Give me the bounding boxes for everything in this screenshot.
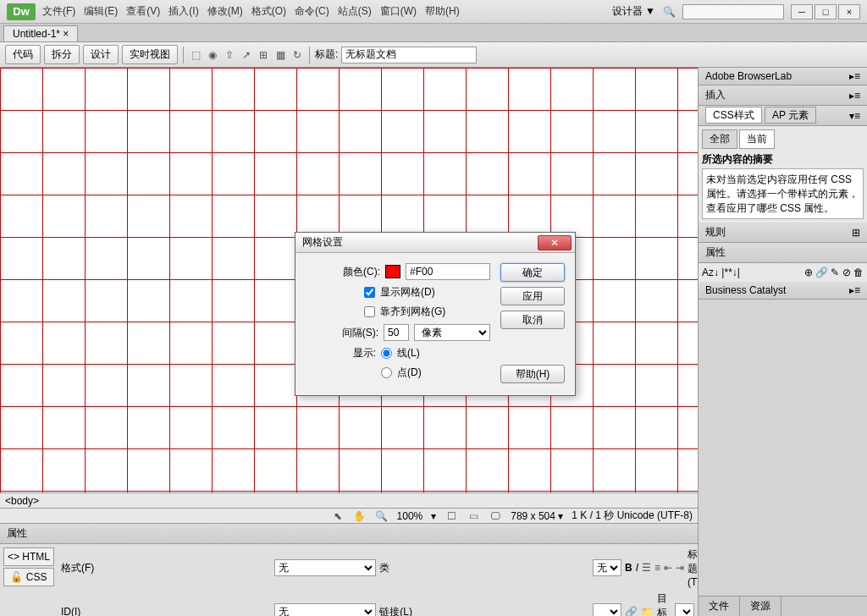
link-label: 链接(L) — [379, 605, 589, 617]
menu-insert[interactable]: 插入(I) — [168, 4, 198, 19]
tool-icon-5[interactable]: ⊞ — [257, 48, 270, 62]
close-button[interactable]: × — [838, 4, 860, 19]
titlebar: Dw 文件(F) 编辑(E) 查看(V) 插入(I) 修改(M) 格式(O) 命… — [0, 0, 867, 24]
view-live-button[interactable]: 实时视图 — [122, 45, 178, 64]
designer-dropdown[interactable]: 设计器 ▼ — [612, 4, 655, 19]
spacing-input[interactable] — [384, 324, 409, 341]
view-design-button[interactable]: 设计 — [83, 45, 119, 64]
css-panel-head[interactable]: CSS样式 AP 元素 ▾≡ — [699, 106, 867, 126]
outdent-icon[interactable]: ⇤ — [664, 561, 672, 575]
zoom-icon[interactable]: 🔍 — [375, 509, 389, 523]
lines-radio[interactable] — [381, 348, 392, 359]
menu-edit[interactable]: 编辑(E) — [84, 4, 118, 19]
menu-view[interactable]: 查看(V) — [126, 4, 160, 19]
insert-panel-head[interactable]: 插入▸≡ — [699, 85, 867, 106]
tool-icon-1[interactable]: ⬚ — [189, 48, 202, 62]
show-grid-label: 显示网格(D) — [380, 285, 490, 300]
browserlab-panel-head[interactable]: Adobe BrowserLab▸≡ — [699, 68, 867, 85]
css-current-tab[interactable]: 当前 — [739, 129, 775, 149]
dialog-title: 网格设置 — [302, 235, 343, 250]
main-menu: 文件(F) 编辑(E) 查看(V) 插入(I) 修改(M) 格式(O) 命令(C… — [42, 4, 460, 19]
link-select[interactable] — [593, 603, 621, 616]
bold-button[interactable]: B — [625, 562, 632, 574]
lines-label: 线(L) — [397, 346, 490, 360]
list-ul-icon[interactable]: ☰ — [642, 561, 651, 575]
menu-commands[interactable]: 命令(C) — [295, 4, 329, 19]
business-catalyst-head[interactable]: Business Catalyst▸≡ — [699, 282, 867, 300]
monitor-icon[interactable]: 🖵 — [489, 509, 502, 523]
rules-section[interactable]: 规则⊞ — [699, 223, 867, 243]
assets-tab[interactable]: 资源 — [740, 597, 781, 616]
summary-title: 所选内容的摘要 — [702, 153, 773, 165]
pointer-icon[interactable]: ⬉ — [331, 509, 345, 523]
show-grid-checkbox[interactable] — [364, 287, 375, 298]
id-label: ID(I) — [61, 606, 271, 616]
indent-icon[interactable]: ⇥ — [676, 561, 684, 575]
help-button[interactable]: 帮助(H) — [500, 365, 565, 383]
css-properties-section[interactable]: 属性 — [699, 243, 867, 263]
title-input[interactable] — [341, 47, 477, 63]
dots-label: 点(D) — [397, 366, 490, 380]
tool-icon-3[interactable]: ⇧ — [223, 48, 236, 62]
zoom-value[interactable]: 100% — [397, 510, 423, 522]
device-icon[interactable]: ☐ — [445, 509, 458, 523]
css-styles-tab: CSS样式 — [705, 107, 762, 124]
minimize-button[interactable]: ─ — [791, 4, 813, 19]
files-tab[interactable]: 文件 — [699, 597, 740, 616]
properties-title[interactable]: 属性 — [0, 524, 698, 544]
dialog-close-button[interactable]: ✕ — [538, 235, 572, 250]
sort-buttons[interactable]: Az↓ |**↓| — [702, 267, 740, 278]
menu-modify[interactable]: 修改(M) — [207, 4, 243, 19]
class-select[interactable]: 无 — [593, 559, 621, 576]
document-tab[interactable]: Untitled-1* × — [3, 25, 78, 41]
ok-button[interactable]: 确定 — [500, 263, 565, 282]
refresh-icon[interactable]: ↻ — [290, 48, 304, 62]
screen-icon[interactable]: ▭ — [467, 509, 480, 523]
maximize-button[interactable]: □ — [815, 4, 837, 19]
display-label: 显示: — [353, 346, 376, 360]
menu-file[interactable]: 文件(F) — [42, 4, 75, 19]
hand-icon[interactable]: ✋ — [353, 509, 367, 523]
view-split-button[interactable]: 拆分 — [44, 45, 80, 64]
cancel-button[interactable]: 取消 — [500, 311, 565, 329]
css-mode-button[interactable]: 🔓 CSS — [3, 568, 54, 586]
tool-icon-6[interactable]: ▦ — [273, 48, 287, 62]
document-toolbar: 代码 拆分 设计 实时视图 ⬚ ◉ ⇧ ↗ ⊞ ▦ ↻ 标题: — [0, 42, 867, 68]
doc-info: 1 K / 1 秒 Unicode (UTF-8) — [572, 509, 693, 523]
color-input[interactable] — [406, 263, 490, 280]
status-bar: ⬉ ✋ 🔍 100% ▾ ☐ ▭ 🖵 789 x 504 ▾ 1 K / 1 秒… — [0, 508, 698, 523]
target-label: 目标(G) — [657, 591, 671, 616]
canvas-size[interactable]: 789 x 504 ▾ — [511, 510, 563, 522]
tool-icon-4[interactable]: ↗ — [240, 48, 253, 62]
tag-selector[interactable]: <body> — [5, 495, 39, 507]
spacing-unit-select[interactable]: 像素 — [414, 324, 490, 341]
side-panels: Adobe BrowserLab▸≡ 插入▸≡ CSS样式 AP 元素 ▾≡ 全… — [698, 68, 867, 616]
html-mode-button[interactable]: <> HTML — [3, 547, 54, 566]
css-all-tab[interactable]: 全部 — [702, 129, 737, 149]
title-label: 标题: — [315, 47, 338, 62]
properties-panel: 属性 <> HTML 🔓 CSS 格式(F) 无 类 无 B I ☰ ≡ — [0, 523, 698, 616]
view-code-button[interactable]: 代码 — [5, 45, 41, 64]
apply-button[interactable]: 应用 — [500, 287, 565, 305]
target-select[interactable] — [675, 603, 694, 616]
summary-text: 未对当前选定内容应用任何 CSS 属性。请选择一个带样式的元素，查看应用了哪些 … — [702, 168, 864, 219]
dots-radio[interactable] — [381, 367, 392, 378]
color-swatch[interactable] — [385, 265, 400, 278]
list-ol-icon[interactable]: ≡ — [654, 561, 660, 575]
folder-icon[interactable]: 📁 — [641, 605, 654, 616]
italic-button[interactable]: I — [636, 562, 638, 574]
snap-grid-checkbox[interactable] — [364, 306, 375, 317]
menu-window[interactable]: 窗口(W) — [380, 4, 417, 19]
tool-icon-2[interactable]: ◉ — [206, 48, 219, 62]
id-select[interactable]: 无 — [274, 603, 376, 616]
css-tool-icons[interactable]: ⊕ 🔗 ✎ ⊘ 🗑 — [804, 267, 864, 278]
format-label: 格式(F) — [61, 561, 271, 575]
menu-help[interactable]: 帮助(H) — [425, 4, 460, 19]
class-label: 类 — [379, 561, 589, 575]
search-input[interactable] — [682, 4, 784, 19]
menu-site[interactable]: 站点(S) — [338, 4, 372, 19]
menu-format[interactable]: 格式(O) — [251, 4, 286, 19]
format-select[interactable]: 无 — [274, 559, 376, 576]
grid-settings-dialog: 网格设置 ✕ 颜色(C): 显示网格(D) 靠齐到网格(G) 间隔(S): 像素 — [295, 232, 576, 396]
link-chain-icon[interactable]: 🔗 — [625, 605, 638, 616]
